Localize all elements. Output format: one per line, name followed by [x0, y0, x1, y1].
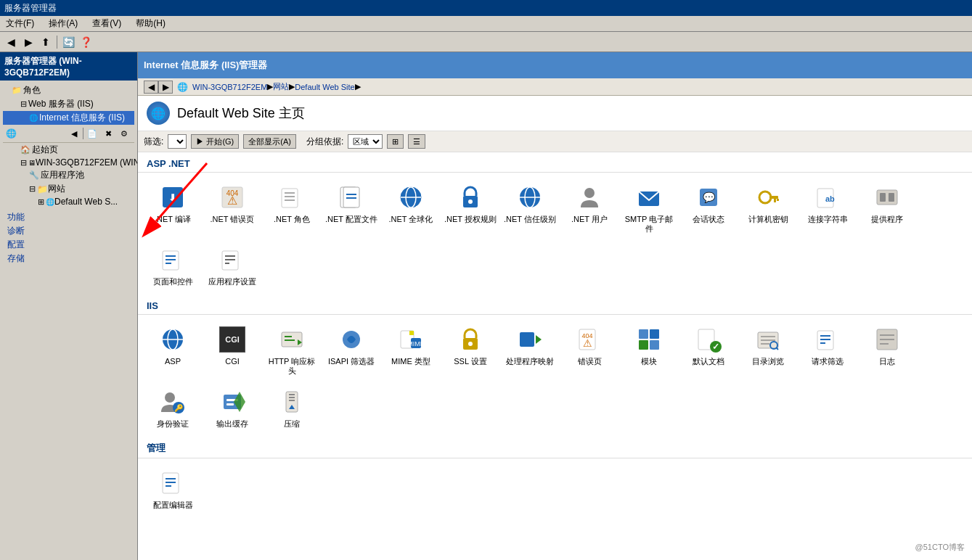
filter-bar: 筛选: ▶ 开始(G) 全部显示(A) 分组依据: 区域 ⊞ ☰: [138, 131, 972, 152]
icon-machinekey[interactable]: 计算机密钥: [739, 178, 797, 238]
icon-log[interactable]: 日志: [858, 321, 916, 380]
icon-net-config[interactable]: .NET 配置文件: [322, 178, 380, 238]
menu-file[interactable]: 文件(F): [3, 16, 37, 31]
sites-expand-icon: ⊟: [29, 184, 36, 194]
breadcrumb-back[interactable]: ◀: [144, 81, 158, 94]
tree-item-iis[interactable]: 🌐 Internet 信息服务 (IIS): [3, 111, 134, 125]
icon-ssl[interactable]: SSL 设置: [441, 321, 499, 380]
icon-provider[interactable]: 提供程序: [858, 178, 916, 238]
icon-isapi[interactable]: ISAPI 筛选器: [322, 321, 380, 380]
icon-net-compile[interactable]: ⬇ .NET 编译: [144, 178, 202, 238]
cgi-icon: CGI: [218, 325, 247, 354]
iis-manager-title: Internet 信息服务 (IIS)管理器: [144, 59, 267, 72]
back-button[interactable]: ◀: [3, 34, 19, 50]
icon-handler[interactable]: 处理程序映射: [501, 321, 559, 380]
svg-rect-63: [650, 329, 659, 339]
filter-select[interactable]: [168, 134, 187, 149]
iis-del-btn[interactable]: ✖: [101, 126, 115, 141]
icon-page-controls[interactable]: 页面和控件: [144, 241, 202, 291]
icon-net-error[interactable]: 404⚠ .NET 错误页: [203, 178, 261, 238]
icon-app-settings[interactable]: 应用程序设置: [203, 241, 261, 291]
icon-connectstr[interactable]: ab 连接字符串: [799, 178, 857, 238]
breadcrumb-globe: 🌐: [177, 82, 188, 92]
connectstr-label: 连接字符串: [808, 215, 848, 224]
icon-dir-browse[interactable]: 目录浏览: [739, 321, 797, 380]
icon-request-filter[interactable]: 请求筛选: [799, 321, 857, 380]
app-settings-label: 应用程序设置: [208, 277, 256, 287]
svg-rect-88: [226, 403, 234, 405]
tree-item-roles[interactable]: 📁 角色: [3, 83, 134, 97]
icon-net-auth[interactable]: .NET 授权规则: [441, 178, 499, 238]
sidebar-link-storage[interactable]: 存储: [6, 252, 131, 265]
group-by-select[interactable]: 区域: [348, 134, 383, 149]
net-compile-label: .NET 编译: [155, 215, 191, 224]
cgi-box: CGI: [219, 326, 245, 353]
menu-action[interactable]: 操作(A): [46, 16, 81, 31]
help-button[interactable]: ❓: [78, 34, 94, 50]
iis-back-btn[interactable]: ◀: [67, 126, 81, 141]
forward-button[interactable]: ▶: [20, 34, 36, 50]
net-trust-icon: [515, 183, 544, 212]
page-title: Default Web Site 主页: [177, 104, 305, 122]
iis-prop-btn[interactable]: ⚙: [117, 126, 131, 141]
tree-item-server[interactable]: ⊟ 🖥 WIN-3GQB712F2EM (WIN...: [3, 157, 134, 168]
tree-item-defaultsite[interactable]: ⊞ 🌐 Default Web S...: [3, 196, 134, 207]
icon-compress[interactable]: 压缩: [263, 383, 321, 433]
machinekey-label: 计算机密钥: [748, 215, 788, 224]
icon-net-trust[interactable]: .NET 信任级别: [501, 178, 559, 238]
icon-net-roles[interactable]: .NET 角色: [263, 178, 321, 238]
machinekey-icon: [753, 183, 783, 212]
cgi-label: CGI: [225, 357, 240, 366]
breadcrumb-sep2: ▶: [289, 82, 295, 91]
breadcrumb-sites[interactable]: 网站: [273, 81, 289, 92]
start-button[interactable]: ▶ 开始(G): [191, 134, 239, 149]
svg-text:⬇: ⬇: [168, 192, 177, 204]
tree-item-start[interactable]: 🏠 起始页: [3, 143, 134, 157]
icon-output-cache[interactable]: 输出缓存: [203, 383, 261, 433]
tree-item-sites[interactable]: ⊟ 📁 网站: [3, 182, 134, 196]
icon-default-doc[interactable]: ✓ 默认文档: [679, 321, 738, 380]
show-all-button[interactable]: 全部显示(A): [243, 134, 296, 149]
menu-help[interactable]: 帮助(H): [133, 16, 168, 31]
svg-rect-35: [889, 193, 894, 202]
list-view-btn[interactable]: ☰: [408, 134, 425, 149]
icon-smtp[interactable]: SMTP 电子邮件: [620, 178, 678, 238]
ssl-icon: [456, 325, 485, 354]
icon-config-editor[interactable]: 配置编辑器: [144, 464, 202, 514]
svg-rect-34: [880, 193, 886, 202]
breadcrumb-server[interactable]: WIN-3GQB712F2EM: [192, 83, 267, 91]
menu-view[interactable]: 查看(V): [89, 16, 124, 31]
icon-net-global[interactable]: .NET 全球化: [382, 178, 440, 238]
icon-auth[interactable]: 🔑 身份验证: [144, 383, 202, 433]
title-bar: 服务器管理器: [0, 0, 972, 16]
icon-mime[interactable]: MIME MIME 类型: [382, 321, 440, 380]
management-header: 管理: [138, 436, 972, 458]
svg-text:✓: ✓: [712, 342, 719, 352]
icon-session[interactable]: 💬 会话状态: [679, 178, 738, 238]
icon-modules[interactable]: 模块: [620, 321, 678, 380]
sidebar-link-features[interactable]: 功能: [6, 210, 131, 224]
grid-view-btn[interactable]: ⊞: [387, 134, 404, 149]
page-controls-label: 页面和控件: [153, 277, 193, 287]
sidebar-link-config[interactable]: 配置: [6, 238, 131, 252]
svg-rect-30: [777, 199, 779, 201]
output-cache-label: 输出缓存: [216, 419, 248, 429]
tree-item-webserver[interactable]: ⊟ Web 服务器 (IIS): [3, 97, 134, 111]
up-button[interactable]: ⬆: [38, 34, 54, 50]
config-editor-label: 配置编辑器: [153, 501, 193, 510]
icon-net-users[interactable]: .NET 用户: [560, 178, 618, 238]
sidebar-link-diagnosis[interactable]: 诊断: [6, 224, 131, 238]
icon-http-response[interactable]: HTTP 响应标头: [263, 321, 321, 380]
dir-browse-label: 目录浏览: [752, 357, 784, 366]
toolbar: ◀ ▶ ⬆ 🔄 ❓: [0, 32, 972, 52]
breadcrumb-site[interactable]: Default Web Site: [295, 83, 354, 91]
svg-rect-57: [520, 332, 534, 347]
icon-asp[interactable]: ASP: [144, 321, 202, 380]
icon-cgi[interactable]: CGI CGI: [203, 321, 261, 380]
icon-error-pages[interactable]: 404⚠ 错误页: [560, 321, 618, 380]
iis-new-btn[interactable]: 📄: [85, 126, 99, 141]
tree-item-apppools[interactable]: 🔧 应用程序池: [3, 168, 134, 182]
breadcrumb-forward[interactable]: ▶: [158, 81, 173, 94]
refresh-button[interactable]: 🔄: [60, 34, 76, 50]
svg-point-83: [165, 392, 175, 403]
